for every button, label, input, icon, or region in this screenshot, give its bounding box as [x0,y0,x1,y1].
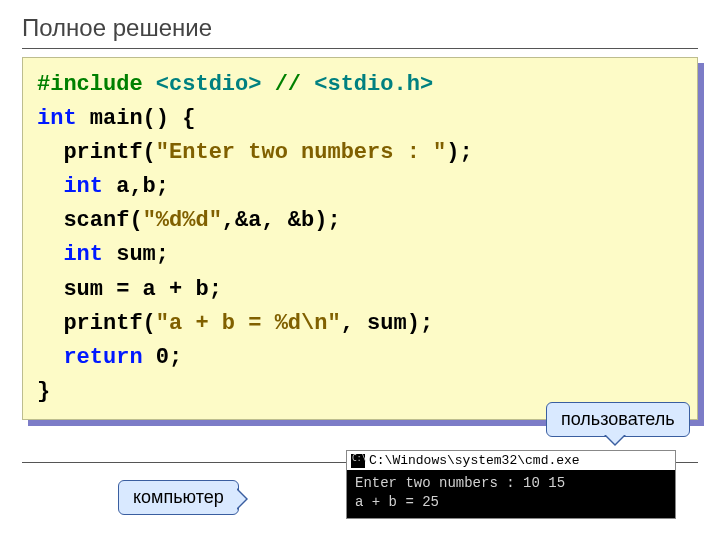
code-token: int [63,174,103,199]
code-token: sum = a + b; [37,277,222,302]
callout-computer: компьютер [118,480,239,515]
code-token: 0; [143,345,183,370]
callout-user: пользователь [546,402,690,437]
code-token: "%d%d" [143,208,222,233]
code-token: printf( [37,311,156,336]
slide: Полное решение #include <cstdio> // <std… [0,0,720,420]
code-token: #include [37,72,156,97]
terminal-line: a + b = 25 [355,494,439,510]
code-token: int [37,106,77,131]
code-token: ); [446,140,472,165]
code-token: scanf( [37,208,143,233]
code-token: } [37,379,50,404]
code-token: // [261,72,314,97]
code-token: "a + b = %d\n" [156,311,341,336]
terminal-path: C:\Windows\system32\cmd.exe [369,453,580,468]
code-token: a,b; [103,174,169,199]
code-token: <stdio.h> [314,72,433,97]
code-token: ,&a, &b); [222,208,341,233]
terminal-output: Enter two numbers : 10 15 a + b = 25 [347,470,675,518]
code-token [37,242,63,267]
code-token: "Enter two numbers : " [156,140,446,165]
code-token: <cstdio> [156,72,262,97]
code-token: sum; [103,242,169,267]
code-token [37,345,63,370]
code-token [37,174,63,199]
code-content: #include <cstdio> // <stdio.h> int main(… [22,57,698,420]
divider-top [22,48,698,49]
cmd-icon: C:\ [351,454,365,468]
code-token: , sum); [341,311,433,336]
code-token: main() { [77,106,196,131]
terminal-window: C:\ C:\Windows\system32\cmd.exe Enter tw… [346,450,676,519]
code-block: #include <cstdio> // <stdio.h> int main(… [22,57,698,420]
code-token: return [63,345,142,370]
slide-title: Полное решение [22,14,698,42]
code-token: int [63,242,103,267]
code-token: printf( [37,140,156,165]
terminal-line: Enter two numbers : 10 15 [355,475,565,491]
